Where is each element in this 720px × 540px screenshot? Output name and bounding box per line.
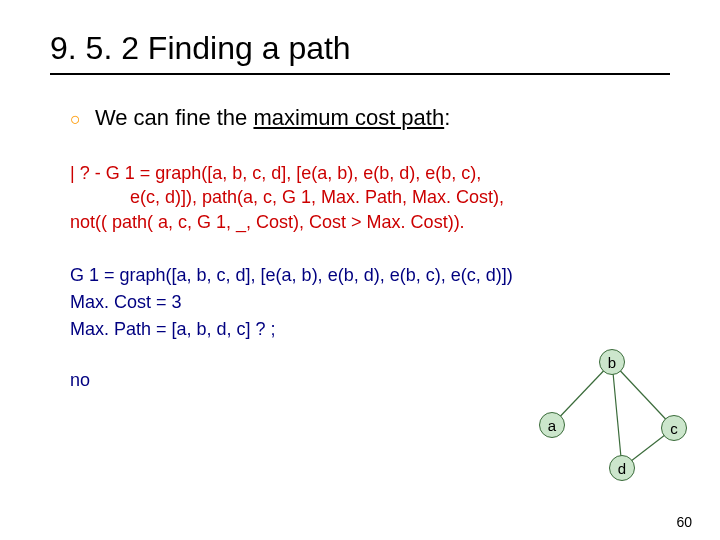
bullet-suffix: : <box>444 105 450 130</box>
code-line-1: | ? - G 1 = graph([a, b, c, d], [e(a, b)… <box>70 161 670 185</box>
bullet-underlined: maximum cost path <box>253 105 444 130</box>
bullet-text: We can fine the maximum cost path: <box>95 105 450 131</box>
graph-node-d: d <box>609 455 635 481</box>
slide-title: 9. 5. 2 Finding a path <box>50 30 670 67</box>
page-number: 60 <box>676 514 692 530</box>
bullet-marker-icon: ○ <box>70 110 81 128</box>
query-code: | ? - G 1 = graph([a, b, c, d], [e(a, b)… <box>70 161 670 234</box>
output-line-2: Max. Cost = 3 <box>70 289 670 316</box>
bullet-prefix: We can fine the <box>95 105 254 130</box>
title-underline <box>50 73 670 75</box>
code-line-2: e(c, d)]), path(a, c, G 1, Max. Path, Ma… <box>70 185 670 209</box>
output-line-3: Max. Path = [a, b, d, c] ? ; <box>70 316 670 343</box>
graph-node-b: b <box>599 349 625 375</box>
graph-node-c: c <box>661 415 687 441</box>
output-line-1: G 1 = graph([a, b, c, d], [e(a, b), e(b,… <box>70 262 670 289</box>
bullet-item: ○ We can fine the maximum cost path: <box>70 105 670 131</box>
graph-diagram: b a c d <box>530 340 690 500</box>
code-line-3: not(( path( a, c, G 1, _, Cost), Cost > … <box>70 210 670 234</box>
graph-node-a: a <box>539 412 565 438</box>
edge-b-d <box>612 362 622 468</box>
slide: 9. 5. 2 Finding a path ○ We can fine the… <box>0 0 720 540</box>
